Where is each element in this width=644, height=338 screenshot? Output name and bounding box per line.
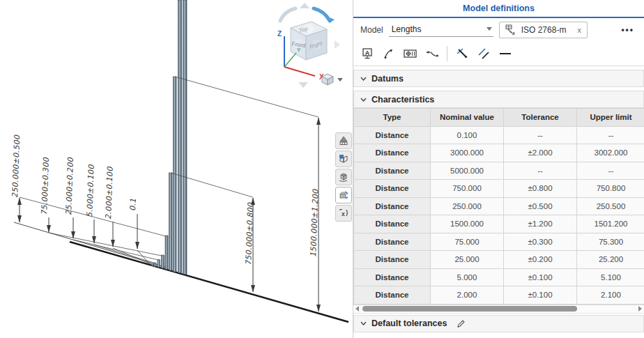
characteristic-row[interactable]: Distance750.000±0.800750.800 [354, 180, 644, 198]
characteristic-row[interactable]: Distance5.000±0.1005.100 [354, 268, 644, 286]
cell-type[interactable]: Distance [354, 126, 431, 144]
cell-value[interactable]: ±0.100 [504, 286, 577, 305]
step-bar-75[interactable] [162, 255, 164, 268]
cell-value[interactable]: 5.000 [431, 268, 504, 286]
rotate-ccw-icon[interactable] [280, 8, 296, 21]
cell-value[interactable]: 750.800 [577, 180, 644, 198]
cell-value[interactable]: 75.300 [577, 233, 644, 251]
characteristic-row[interactable]: Distance250.000±0.500250.500 [354, 197, 644, 215]
dim-label-25[interactable]: 25.000±0.200 [64, 157, 75, 215]
step-bar-750[interactable] [169, 173, 173, 270]
cell-value[interactable]: ±1.200 [504, 215, 577, 233]
characteristic-row[interactable]: Distance0.100---- [354, 126, 644, 144]
model-select-dropdown[interactable]: Lengths [389, 23, 493, 37]
cell-type[interactable]: Distance [354, 197, 431, 215]
dim-label-2[interactable]: 2.000±0.100 [104, 166, 115, 220]
cell-value[interactable]: 75.000 [431, 233, 504, 251]
characteristic-row[interactable]: Distance2.000±0.1002.100 [354, 286, 644, 305]
dim-label-750[interactable]: 750.000±0.800 [244, 202, 255, 266]
cell-value[interactable]: -- [504, 126, 577, 144]
rotate-down-arrow[interactable] [298, 82, 308, 88]
leader-tool-button[interactable] [381, 45, 397, 62]
note-tool-button[interactable]: A [359, 45, 376, 62]
cell-type[interactable]: Distance [354, 251, 431, 269]
horizontal-scrollbar[interactable] [353, 305, 644, 314]
standard-chip[interactable]: ± ISO 2768-m x [499, 22, 588, 38]
rotate-right-arrow[interactable] [335, 40, 340, 49]
characteristic-row[interactable]: Distance1500.000±1.2001501.200 [354, 215, 644, 233]
exploded-view-button[interactable] [335, 169, 352, 185]
characteristic-row[interactable]: Distance25.000±0.20025.200 [354, 251, 644, 269]
cell-value[interactable]: -- [577, 126, 644, 144]
dim-label-250[interactable]: 250.000±0.500 [10, 135, 22, 198]
characteristic-row[interactable]: Distance3000.000±2.0003002.000 [354, 144, 644, 162]
cell-value[interactable]: ±0.500 [504, 197, 577, 215]
parallel-tool-button[interactable] [475, 45, 492, 62]
characteristic-row[interactable]: Distance5000.000---- [354, 162, 644, 180]
intersection-tool-button[interactable] [454, 45, 470, 62]
model-definition-view-button[interactable] [335, 187, 352, 203]
scroll-right-icon[interactable] [638, 306, 642, 312]
cell-value[interactable]: 750.000 [431, 180, 504, 198]
cell-value[interactable]: 1501.200 [577, 215, 644, 233]
cell-value[interactable]: 2.100 [577, 286, 644, 305]
cell-value[interactable]: ±0.800 [504, 180, 577, 198]
cell-value[interactable]: 3002.000 [577, 144, 644, 162]
cell-value[interactable]: -- [504, 162, 577, 180]
characteristics-section-header[interactable]: Characteristics [353, 91, 644, 108]
cell-value[interactable]: 250.000 [431, 197, 504, 215]
app-window: 250.000±0.500 75.000±0.300 25.000±0.200 … [0, 0, 644, 338]
step-bar-3000[interactable] [178, 0, 182, 273]
characteristic-row[interactable]: Distance75.000±0.30075.300 [354, 233, 644, 251]
3d-viewport[interactable]: 250.000±0.500 75.000±0.300 25.000±0.200 … [0, 0, 353, 338]
cell-type[interactable]: Distance [354, 180, 431, 198]
cell-value[interactable]: 25.200 [577, 251, 644, 269]
view-orientation-caret-icon[interactable] [337, 78, 343, 82]
cell-value[interactable]: -- [577, 162, 644, 180]
overflow-menu-button[interactable]: ••• [621, 25, 637, 35]
cell-type[interactable]: Distance [354, 268, 431, 286]
annotation-filter-button[interactable]: x [335, 205, 352, 222]
cell-value[interactable]: ±0.100 [504, 268, 577, 286]
step-bar-25[interactable] [158, 260, 160, 268]
dim-label-5[interactable]: 5.000±0.100 [85, 164, 96, 217]
cell-type[interactable]: Distance [354, 286, 431, 305]
cell-value[interactable]: 1500.000 [431, 215, 504, 233]
cell-value[interactable]: 25.000 [431, 251, 504, 269]
default-tolerances-section-header[interactable]: Default tolerances [353, 315, 644, 332]
line-tool-button[interactable] [497, 45, 514, 62]
step-bar-250[interactable] [165, 236, 168, 270]
chip-close-icon[interactable]: x [570, 26, 581, 34]
cell-type[interactable]: Distance [354, 144, 431, 162]
view-orientation-button[interactable] [322, 74, 343, 85]
cell-value[interactable]: 5000.000 [431, 162, 504, 180]
part-base-edge [70, 242, 348, 322]
cell-type[interactable]: Distance [354, 162, 431, 180]
bent-leader-tool-button[interactable] [424, 45, 440, 62]
shaded-view-button[interactable] [335, 132, 352, 149]
step-bar-5[interactable] [154, 263, 156, 267]
section-view-button[interactable] [335, 151, 352, 167]
cell-type[interactable]: Distance [354, 233, 431, 251]
cell-type[interactable]: Distance [354, 215, 431, 233]
cell-value[interactable]: ±0.300 [504, 233, 577, 251]
view-cube[interactable]: Top Front Right Z Y X [270, 0, 348, 91]
cell-value[interactable]: 3000.000 [431, 144, 504, 162]
step-bars[interactable] [151, 0, 187, 275]
cell-value[interactable]: 2.000 [431, 286, 504, 305]
dim-label-75[interactable]: 75.000±0.300 [40, 157, 51, 215]
scroll-left-icon[interactable] [355, 306, 359, 312]
cell-value[interactable]: ±2.000 [504, 144, 577, 162]
cell-value[interactable]: 250.500 [577, 197, 644, 215]
cell-value[interactable]: ±0.200 [504, 251, 577, 269]
step-bar-5000[interactable] [183, 0, 187, 275]
scrollbar-thumb[interactable] [362, 306, 577, 312]
cell-value[interactable]: 0.100 [431, 126, 504, 144]
dim-label-0.1[interactable]: 0.1 [128, 198, 138, 211]
rotate-up-arrow[interactable] [300, 3, 309, 8]
cell-value[interactable]: 5.100 [577, 268, 644, 286]
edit-pencil-icon[interactable] [456, 318, 466, 329]
rotate-cw-icon[interactable] [314, 8, 330, 21]
datums-section-header[interactable]: Datums [353, 70, 644, 87]
dimension-frame-tool-button[interactable] [402, 45, 419, 62]
